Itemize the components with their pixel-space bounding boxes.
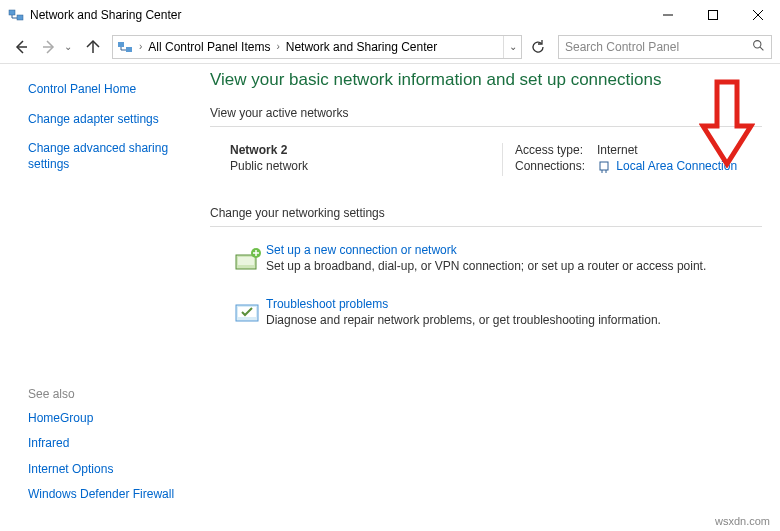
breadcrumb[interactable]: › All Control Panel Items › Network and … [112, 35, 522, 59]
page-title: View your basic network information and … [210, 70, 762, 90]
svg-rect-17 [238, 257, 254, 265]
sidebar-adapter-link[interactable]: Change adapter settings [28, 112, 200, 128]
task-setup-connection: Set up a new connection or network Set u… [210, 243, 762, 279]
body: Control Panel Home Change adapter settin… [0, 64, 780, 531]
sidebar-seealso-internet-options[interactable]: Internet Options [28, 462, 200, 478]
recent-locations-button[interactable]: ⌄ [64, 41, 78, 52]
network-sharing-icon [8, 7, 24, 23]
titlebar: Network and Sharing Center [0, 0, 780, 30]
search-input[interactable] [565, 40, 752, 54]
svg-rect-3 [708, 11, 717, 20]
forward-button[interactable] [36, 34, 62, 60]
connection-link[interactable]: Local Area Connection [616, 159, 737, 173]
task-setup-link[interactable]: Set up a new connection or network [266, 243, 762, 257]
watermark: wsxdn.com [715, 515, 770, 527]
search-box[interactable] [558, 35, 772, 59]
close-button[interactable] [735, 0, 780, 30]
breadcrumb-item[interactable]: All Control Panel Items [146, 40, 272, 54]
main-content: View your basic network information and … [210, 64, 780, 531]
troubleshoot-icon [230, 297, 266, 333]
search-icon[interactable] [752, 39, 765, 55]
svg-point-11 [754, 40, 761, 47]
sidebar-seealso-firewall[interactable]: Windows Defender Firewall [28, 487, 200, 503]
svg-rect-1 [17, 15, 23, 20]
sidebar: Control Panel Home Change adapter settin… [0, 64, 210, 531]
sidebar-home-link[interactable]: Control Panel Home [28, 82, 200, 98]
task-troubleshoot: Troubleshoot problems Diagnose and repai… [210, 297, 762, 333]
svg-line-12 [760, 47, 763, 50]
task-troubleshoot-link[interactable]: Troubleshoot problems [266, 297, 762, 311]
active-networks-header: View your active networks [210, 106, 762, 120]
refresh-button[interactable] [526, 34, 550, 60]
network-sharing-icon [117, 39, 133, 55]
network-name: Network 2 [230, 143, 502, 157]
toolbar: ⌄ › All Control Panel Items › Network an… [0, 30, 780, 64]
access-type-label: Access type: [515, 143, 597, 157]
task-troubleshoot-desc: Diagnose and repair network problems, or… [266, 313, 762, 327]
change-settings-header: Change your networking settings [210, 206, 762, 220]
minimize-button[interactable] [645, 0, 690, 30]
active-network-row: Network 2 Public network Access type: In… [210, 143, 762, 176]
access-type-value: Internet [597, 143, 638, 157]
window-controls [645, 0, 780, 30]
see-also-title: See also [28, 387, 200, 401]
back-button[interactable] [8, 34, 34, 60]
task-setup-desc: Set up a broadband, dial-up, or VPN conn… [266, 259, 762, 273]
svg-rect-9 [118, 42, 124, 47]
ethernet-icon [597, 160, 611, 174]
breadcrumb-dropdown[interactable]: ⌄ [503, 36, 521, 58]
svg-rect-13 [600, 162, 608, 170]
see-also-block: See also HomeGroup Infrared Internet Opt… [28, 387, 200, 521]
window-title: Network and Sharing Center [30, 8, 645, 22]
network-details: Access type: Internet Connections: Local… [502, 143, 762, 176]
connections-label: Connections: [515, 159, 597, 174]
sidebar-sharing-link[interactable]: Change advanced sharing settings [28, 141, 200, 172]
sidebar-seealso-homegroup[interactable]: HomeGroup [28, 411, 200, 427]
maximize-button[interactable] [690, 0, 735, 30]
divider [210, 226, 762, 227]
sidebar-seealso-infrared[interactable]: Infrared [28, 436, 200, 452]
network-summary: Network 2 Public network [230, 143, 502, 176]
divider [210, 126, 762, 127]
svg-rect-10 [126, 47, 132, 52]
up-button[interactable] [80, 34, 106, 60]
svg-rect-0 [9, 10, 15, 15]
network-type: Public network [230, 159, 502, 173]
breadcrumb-item[interactable]: Network and Sharing Center [284, 40, 439, 54]
chevron-right-icon[interactable]: › [272, 41, 283, 52]
setup-connection-icon [230, 243, 266, 279]
chevron-right-icon[interactable]: › [135, 41, 146, 52]
